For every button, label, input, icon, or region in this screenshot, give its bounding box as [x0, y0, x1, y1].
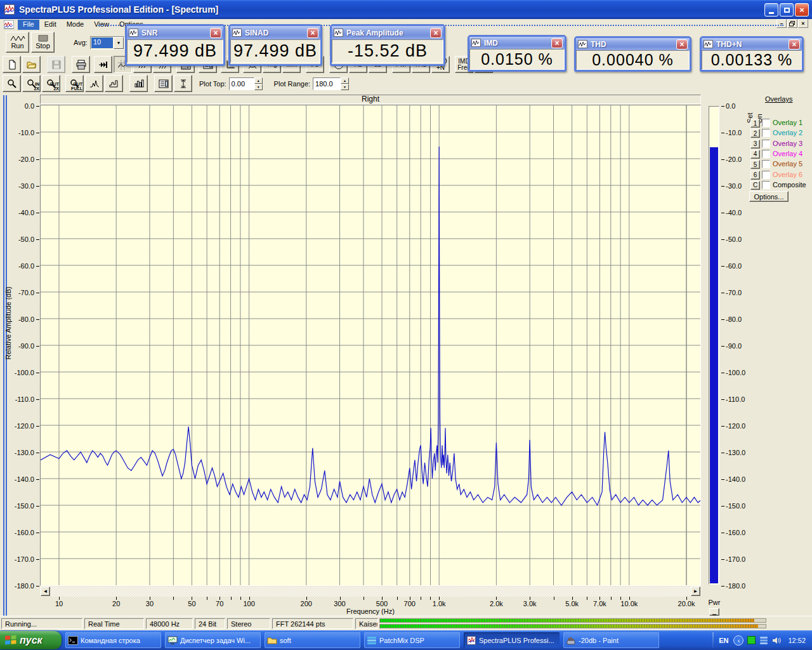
- chevron-down-icon[interactable]: ▼: [114, 37, 124, 49]
- y-tick-label: -110.0: [726, 395, 745, 403]
- task-button-5[interactable]: -20db - Paint: [563, 632, 659, 648]
- y-tick-label: -150.0: [726, 502, 745, 510]
- auto-scale-button[interactable]: [174, 75, 192, 92]
- overlay-checkbox-c[interactable]: [762, 181, 770, 189]
- plot-range-input[interactable]: [313, 77, 341, 90]
- overlay-checkbox-5[interactable]: [762, 160, 770, 168]
- fast-forward-button[interactable]: [94, 56, 112, 73]
- snr-window[interactable]: SNR × 97.499 dB: [125, 24, 225, 66]
- imd-window-titlebar[interactable]: IMD ×: [469, 37, 565, 49]
- y-tick: [36, 399, 39, 400]
- close-icon[interactable]: ×: [210, 28, 221, 38]
- stop-button[interactable]: Stop: [31, 32, 55, 53]
- run-button[interactable]: Run: [6, 32, 29, 53]
- peak-amplitude-value: -15.52 dB: [332, 39, 443, 63]
- bar-display-button[interactable]: [129, 75, 148, 92]
- snr-window-titlebar[interactable]: SNR ×: [127, 26, 223, 39]
- menu-item-file[interactable]: File: [18, 20, 39, 30]
- thd-window-titlebar[interactable]: THD ×: [576, 38, 690, 50]
- task-button-4[interactable]: SpectraPLUS Professi...: [464, 632, 560, 648]
- tray-mixer-icon[interactable]: [759, 636, 768, 645]
- plot-range-spinner[interactable]: ▲▼: [341, 77, 349, 90]
- sinad-window-titlebar[interactable]: SINAD ×: [230, 26, 320, 39]
- peak-amplitude-window-titlebar[interactable]: Peak Amplitude ×: [332, 26, 443, 39]
- menu-item-edit[interactable]: Edit: [39, 20, 62, 30]
- x-tick-label: 300: [334, 600, 345, 607]
- horizontal-scrollbar[interactable]: ◄ ►: [40, 587, 701, 597]
- peak-amplitude-window[interactable]: Peak Amplitude × -15.52 dB: [330, 24, 445, 66]
- overlay-checkbox-6[interactable]: [762, 171, 770, 179]
- x-tick-label: 50: [188, 600, 195, 607]
- menu-item-mode[interactable]: Mode: [62, 20, 89, 30]
- close-icon[interactable]: ×: [676, 39, 688, 50]
- language-indicator[interactable]: EN: [719, 637, 728, 644]
- thd-window[interactable]: THD × 0.00040 %: [574, 36, 691, 72]
- open-file-button[interactable]: [22, 56, 41, 73]
- start-button[interactable]: пуск: [0, 631, 62, 649]
- y-tick: [721, 533, 724, 533]
- overlay-set-button-5[interactable]: 5: [750, 160, 760, 169]
- plot-top-input[interactable]: [229, 77, 254, 90]
- mdi-close-button[interactable]: ×: [798, 19, 808, 28]
- scroll-left-icon[interactable]: ◄: [41, 587, 50, 596]
- overlay-options-button[interactable]: Options...: [749, 191, 789, 202]
- close-icon[interactable]: ×: [307, 28, 318, 38]
- title-bar[interactable]: SpectraPLUS Professional Edition - [Spec…: [0, 0, 812, 19]
- task-button-2[interactable]: soft: [265, 632, 360, 648]
- y-tick-label: -80.0: [726, 315, 742, 323]
- plot-top-spinner[interactable]: ▲▼: [254, 77, 263, 90]
- maximize-button[interactable]: [780, 3, 794, 17]
- avg-combobox[interactable]: 10 ▼: [90, 36, 124, 50]
- mdi-restore-button[interactable]: [787, 19, 797, 28]
- thd-n-window[interactable]: THD+N × 0.00133 %: [700, 36, 804, 72]
- thd-n-window-titlebar[interactable]: THD+N ×: [702, 38, 802, 50]
- peak-curve-button[interactable]: [85, 75, 103, 92]
- task-button-1[interactable]: Диспетчер задач Wi...: [165, 632, 261, 648]
- close-icon[interactable]: ×: [430, 28, 442, 38]
- overlay-checkbox-1[interactable]: [762, 119, 770, 127]
- zoom-in-2x-button[interactable]: IN2X: [22, 75, 41, 92]
- spectrum-plot[interactable]: [40, 105, 701, 586]
- zoom-button[interactable]: [3, 75, 21, 92]
- scroll-right-icon[interactable]: ►: [691, 587, 700, 596]
- minimize-button[interactable]: [764, 3, 778, 17]
- application-window: SpectraPLUS Professional Edition - [Spec…: [0, 0, 812, 650]
- y-tick: [36, 426, 39, 427]
- overlay-set-button-1[interactable]: 1: [750, 119, 760, 128]
- power-meter-button[interactable]: ▁: [709, 608, 719, 616]
- tray-app-icon[interactable]: [747, 636, 756, 644]
- task-button-0[interactable]: Командная строка: [65, 632, 161, 648]
- step-curve-button[interactable]: [105, 75, 123, 92]
- y-tick-label: -40.0: [1, 209, 34, 216]
- zoom-out-full-button[interactable]: OUTFULL: [65, 75, 84, 92]
- tray-collapse-icon[interactable]: ‹: [733, 635, 743, 646]
- print-button[interactable]: [72, 56, 90, 73]
- sinad-window[interactable]: SINAD × 97.499 dB: [228, 24, 322, 66]
- new-file-button[interactable]: [3, 56, 21, 73]
- overlay-checkbox-4[interactable]: [762, 150, 770, 158]
- overlay-set-button-3[interactable]: 3: [750, 140, 760, 149]
- x-tick: [397, 597, 398, 600]
- overlay-set-button-c[interactable]: C: [750, 181, 760, 190]
- overlay-set-button-4[interactable]: 4: [750, 150, 760, 159]
- overlay-set-button-6[interactable]: 6: [750, 171, 760, 180]
- toolbar-row-2: IN2XOUT2XOUTFULL: [3, 75, 193, 92]
- task-button-3[interactable]: PatchMix DSP: [364, 632, 460, 648]
- y-tick: [721, 506, 724, 507]
- zoom-out-2x-button[interactable]: OUT2X: [42, 75, 60, 92]
- close-icon[interactable]: ×: [551, 38, 563, 48]
- volume-icon[interactable]: [772, 636, 782, 645]
- overlay-set-button-2[interactable]: 2: [750, 129, 760, 138]
- imd-window[interactable]: IMD × 0.0150 %: [468, 35, 566, 72]
- close-button[interactable]: ×: [795, 3, 809, 17]
- y-tick-label: -20.0: [726, 156, 742, 163]
- x-tick-label: 7.0k: [593, 600, 606, 607]
- level-meter-right: [379, 624, 766, 628]
- mdi-minimize-button[interactable]: –: [776, 19, 787, 28]
- overlay-checkbox-3[interactable]: [762, 140, 770, 148]
- level-meters: [379, 618, 768, 629]
- close-icon[interactable]: ×: [789, 39, 800, 50]
- control-panel-button[interactable]: [154, 75, 173, 92]
- overlay-checkbox-2[interactable]: [762, 129, 770, 137]
- stepcurve-icon: [109, 79, 119, 89]
